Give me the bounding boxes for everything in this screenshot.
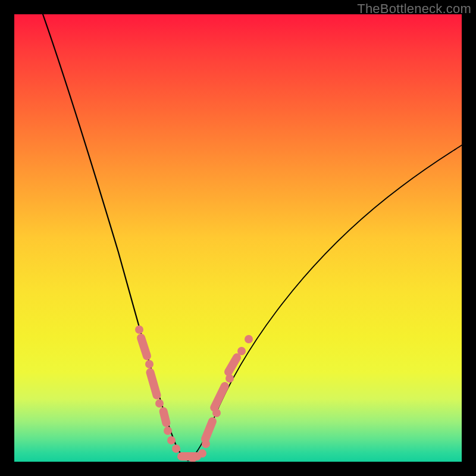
marker-pill [145,367,162,400]
marker-pill [200,416,218,444]
chart-plot-area [14,14,462,462]
marker-pill [223,352,242,377]
marker-pill [136,333,152,361]
curve-right-branch [188,145,462,461]
marker-dot [237,347,246,355]
marker-dot [198,449,206,458]
marker-dot [145,360,154,368]
marker-dot [135,325,143,334]
marker-pill [158,406,171,428]
marker-dot [167,436,176,444]
marker-dot [245,335,253,343]
marker-dot [172,444,180,453]
marker-pill [209,381,230,414]
marker-dot [155,399,164,408]
marker-dot [164,427,172,435]
chart-svg [14,14,462,462]
watermark-text: TheBottleneck.com [357,1,471,17]
chart-frame: TheBottleneck.com [0,0,476,476]
curve-left-branch [43,14,188,461]
